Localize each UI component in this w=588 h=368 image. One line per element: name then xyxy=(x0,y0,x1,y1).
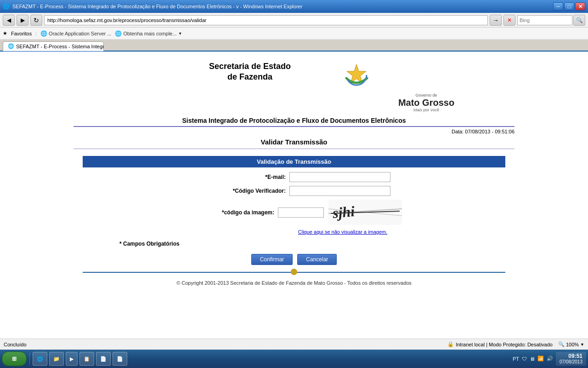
email-label: *E-mail: xyxy=(198,174,289,180)
taskbar-explorer[interactable]: 📁 xyxy=(49,352,64,354)
clock[interactable]: 09:51 07/08/2013 xyxy=(556,352,586,354)
required-note: * Campos Obrigatórios xyxy=(119,241,505,247)
email-input[interactable] xyxy=(289,172,390,182)
status-bar: Concluído 🔒 Intranet local | Modo Proteg… xyxy=(0,339,588,350)
taskbar-media[interactable]: ▶ xyxy=(66,352,78,354)
obtenha-fav-icon: 🌐 xyxy=(115,30,122,37)
favorites-bar: ★ Favoritos | 🌐 Oracle Application Serve… xyxy=(0,28,588,40)
oracle-fav-label: Oracle Application Server ... xyxy=(49,31,111,36)
confirm-button[interactable]: Confirmar xyxy=(251,254,293,265)
mais-por-voce-label: Mais por você xyxy=(338,108,514,112)
taskbar-app3[interactable]: 📄 xyxy=(113,352,127,354)
taskbar-ie[interactable]: 🌐 xyxy=(33,352,47,354)
browser-icon: 🌐 xyxy=(3,3,10,10)
codigo-verificador-row: *Código Verificador: xyxy=(83,186,505,196)
form-section: Validação de Transmissão *E-mail: *Códig… xyxy=(83,156,505,265)
go-button[interactable]: → xyxy=(490,15,502,26)
browser-tab[interactable]: 🌐 SEFAZMT - E-Process - Sistema Integrad… xyxy=(3,41,104,51)
zoom-icon: 🔍 xyxy=(558,341,565,347)
status-text: Concluído xyxy=(4,342,447,347)
obtenha-dropdown-icon[interactable]: ▼ xyxy=(178,31,182,36)
window-title: SEFAZMT - E-Process - Sistema Integrado … xyxy=(12,4,553,9)
search-area: 🔍 xyxy=(517,15,585,26)
oracle-fav-icon: 🌐 xyxy=(40,30,47,37)
tab-bar: 🌐 SEFAZMT - E-Process - Sistema Integrad… xyxy=(0,40,588,52)
minimize-button[interactable]: ─ xyxy=(553,2,563,11)
taskbar-separator xyxy=(29,352,30,354)
forward-button[interactable]: ▶ xyxy=(17,15,28,26)
tab-icon: 🌐 xyxy=(8,43,14,49)
governo-label: Governo de xyxy=(338,93,514,98)
cancel-button[interactable]: Cancelar xyxy=(297,254,337,265)
favorites-icon: ★ xyxy=(3,30,7,36)
captcha-link-row: Clique aqui se não visualizar a imagem. xyxy=(180,229,505,235)
data-line: Data: 07/08/2013 - 09:51:06 xyxy=(74,129,514,134)
button-row: Confirmar Cancelar xyxy=(83,254,505,265)
taskbar: ⊞ 🌐 📁 ▶ 📋 📄 📄 PT 🛡 🖥 📶 🔊 09:51 07/08/201… xyxy=(0,350,588,354)
footer-dot xyxy=(291,269,297,275)
codigo-verificador-input[interactable] xyxy=(289,186,390,196)
svg-text:sjhi: sjhi xyxy=(331,203,355,221)
page-content: Secretaria de Estado de Fazenda Governo … xyxy=(64,52,524,299)
tab-label: SEFAZMT - E-Process - Sistema Integrado … xyxy=(16,44,104,49)
zoom-dropdown-icon: ▼ xyxy=(580,342,584,347)
section-header: Validação de Transmissão xyxy=(83,156,505,167)
window-controls: ─ □ ✕ xyxy=(553,2,585,11)
mato-grosso-logo-svg xyxy=(339,62,374,92)
clock-time: 09:51 xyxy=(560,353,582,354)
zoom-level: 100% xyxy=(566,342,579,347)
mato-grosso-label: Mato Grosso xyxy=(338,98,514,107)
search-button[interactable]: 🔍 xyxy=(573,15,585,26)
footer-divider-area xyxy=(83,272,505,273)
security-icon: 🔒 xyxy=(447,341,454,347)
secretaria-line1: Secretaria de Estado xyxy=(162,61,338,72)
taskbar-right: PT 🛡 🖥 📶 🔊 09:51 07/08/2013 xyxy=(513,352,586,354)
header-area: Secretaria de Estado de Fazenda Governo … xyxy=(74,61,514,112)
stop-button[interactable]: ✕ xyxy=(503,15,515,26)
favorites-item-oracle[interactable]: 🌐 Oracle Application Server ... xyxy=(40,30,111,37)
captcha-refresh-link[interactable]: Clique aqui se não visualizar a imagem. xyxy=(298,229,387,235)
favorites-label: Favoritos xyxy=(11,31,32,36)
footer-copyright: © Copyright 2001-2013 Secretaria de Esta… xyxy=(74,280,514,290)
refresh-button[interactable]: ↻ xyxy=(30,15,42,26)
browser-content: Secretaria de Estado de Fazenda Governo … xyxy=(0,52,588,354)
captcha-image-area: sjhi xyxy=(328,200,402,225)
address-input[interactable] xyxy=(44,15,488,25)
taskbar-app2[interactable]: 📄 xyxy=(96,352,111,354)
validar-title: Validar Transmissão xyxy=(74,138,514,149)
back-button[interactable]: ◀ xyxy=(3,15,15,26)
codigo-verificador-label: *Código Verificador: xyxy=(198,188,289,194)
start-button[interactable]: ⊞ xyxy=(2,351,27,354)
sistema-title: Sistema Integrado de Protocolização e Fl… xyxy=(74,117,514,127)
secretaria-line2: de Fazenda xyxy=(162,72,338,82)
maximize-button[interactable]: □ xyxy=(564,2,574,11)
email-row: *E-mail: xyxy=(83,172,505,182)
search-input[interactable] xyxy=(517,15,572,25)
secretaria-name: Secretaria de Estado de Fazenda xyxy=(162,61,338,82)
favorites-item-obtenha[interactable]: 🌐 Obtenha mais comple... ▼ xyxy=(115,30,182,37)
taskbar-app1[interactable]: 📋 xyxy=(79,352,94,354)
logo-area: Governo de Mato Grosso Mais por você xyxy=(338,61,514,112)
captcha-image: sjhi xyxy=(328,200,402,225)
captcha-label: *código da imagem: xyxy=(186,209,278,216)
security-status: 🔒 Intranet local | Modo Protegido: Desat… xyxy=(447,341,553,347)
captcha-row: *código da imagem: sjhi xyxy=(83,200,505,225)
zoom-area[interactable]: 🔍 100% ▼ xyxy=(558,341,584,347)
captcha-input[interactable] xyxy=(278,207,324,218)
obtenha-fav-label: Obtenha mais comple... xyxy=(123,31,176,36)
address-bar: ◀ ▶ ↻ → ✕ 🔍 xyxy=(0,13,588,28)
logo-graphic xyxy=(338,61,375,93)
close-button[interactable]: ✕ xyxy=(575,2,585,11)
window-titlebar: 🌐 SEFAZMT - E-Process - Sistema Integrad… xyxy=(0,0,588,13)
